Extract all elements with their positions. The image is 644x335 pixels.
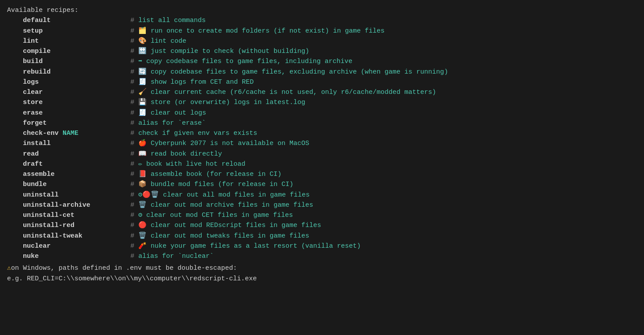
command-line: install# 🍎 Cyberpunk 2077 is not availab… bbox=[7, 138, 637, 149]
comment-text: 🗂️ run once to create mod folders (if no… bbox=[138, 26, 385, 36]
comment-hash: # bbox=[130, 36, 138, 46]
command-name-arg: NAME bbox=[63, 130, 78, 137]
command-line: logs# 🧾 show logs from CET and RED bbox=[7, 77, 637, 87]
comment-text: list all commands bbox=[138, 15, 206, 26]
command-name: setup bbox=[7, 26, 130, 36]
comment-text: 🧾 clear out logs bbox=[138, 108, 206, 118]
command-line: read# 📖 read book directly bbox=[7, 149, 637, 159]
command-name: uninstall-tweak bbox=[7, 231, 130, 241]
heading-line: Available recipes: bbox=[7, 5, 637, 15]
comment-hash: # bbox=[130, 220, 138, 231]
command-name: nuclear bbox=[7, 241, 130, 251]
warning-icon: ⚠️ bbox=[7, 264, 11, 272]
command-line: rebuild# 🔄 copy codebase files to game f… bbox=[7, 67, 637, 77]
command-name: assemble bbox=[7, 169, 130, 179]
comment-text: 📖 read book directly bbox=[138, 149, 222, 159]
comment-hash: # bbox=[130, 210, 138, 220]
comment-text: 🧾 show logs from CET and RED bbox=[138, 77, 254, 87]
comment-hash: # bbox=[130, 138, 138, 149]
comment-hash: # bbox=[130, 15, 138, 26]
command-name: erase bbox=[7, 108, 130, 118]
comment-hash: # bbox=[130, 67, 138, 77]
command-name: uninstall-red bbox=[7, 220, 130, 231]
comment-hash: # bbox=[130, 231, 138, 241]
command-line: setup# 🗂️ run once to create mod folders… bbox=[7, 26, 637, 36]
command-line: nuke# alias for `nuclear` bbox=[7, 251, 637, 261]
command-name: store bbox=[7, 97, 130, 108]
warning-line1: on Windows, paths defined in .env must b… bbox=[11, 264, 237, 272]
command-line: uninstall-cet# ⚙️ clear out mod CET file… bbox=[7, 210, 637, 220]
command-line: forget# alias for `erase` bbox=[7, 118, 637, 128]
comment-hash: # bbox=[130, 26, 138, 36]
command-name: bundle bbox=[7, 179, 130, 190]
command-line: store# 💾 store (or overwrite) logs in la… bbox=[7, 97, 637, 108]
command-line: uninstall# ⚙️🔴🗑️ clear out all mod files… bbox=[7, 190, 637, 200]
comment-text: check if given env vars exists bbox=[138, 128, 257, 138]
comment-hash: # bbox=[130, 169, 138, 179]
comment-hash: # bbox=[130, 108, 138, 118]
heading-text: Available recipes: bbox=[7, 5, 78, 15]
command-line: nuclear# 🧨 nuke your game files as a las… bbox=[7, 241, 637, 251]
command-line: uninstall-red# 🔴 clear out mod REDscript… bbox=[7, 220, 637, 231]
comment-hash: # bbox=[130, 251, 138, 261]
command-line: draft# ✏️ book with live hot reload bbox=[7, 159, 637, 169]
comment-text: ⚙️ clear out mod CET files in game files bbox=[138, 210, 293, 220]
command-line: erase# 🧾 clear out logs bbox=[7, 108, 637, 118]
comment-text: 🧨 nuke your game files as a last resort … bbox=[138, 241, 361, 251]
command-line: lint# 🎨 lint code bbox=[7, 36, 637, 46]
command-name: compile bbox=[7, 46, 130, 56]
comment-hash: # bbox=[130, 149, 138, 159]
comment-hash: # bbox=[130, 200, 138, 210]
command-name: build bbox=[7, 56, 130, 67]
command-name: forget bbox=[7, 118, 130, 128]
comment-text: ✏️ book with live hot reload bbox=[138, 159, 245, 169]
comment-text: ➡️ copy codebase files to game files, in… bbox=[138, 56, 352, 67]
command-name: uninstall-cet bbox=[7, 210, 130, 220]
comment-hash: # bbox=[130, 77, 138, 87]
comment-text: 🔴 clear out mod REDscript files in game … bbox=[138, 220, 321, 231]
comment-text: alias for `erase` bbox=[138, 118, 206, 128]
command-name: draft bbox=[7, 159, 130, 169]
command-line: uninstall-archive# 🗑️ clear out mod arch… bbox=[7, 200, 637, 210]
comment-hash: # bbox=[130, 190, 138, 200]
command-name: nuke bbox=[7, 251, 130, 261]
comment-hash: # bbox=[130, 159, 138, 169]
comment-text: 📦 bundle mod files (for release in CI) bbox=[138, 179, 293, 190]
comment-hash: # bbox=[130, 56, 138, 67]
command-line: build# ➡️ copy codebase files to game fi… bbox=[7, 56, 637, 67]
terminal-output: Available recipes: default# list all com… bbox=[7, 5, 637, 284]
command-line: compile# 🔛 just compile to check (withou… bbox=[7, 46, 637, 56]
comment-hash: # bbox=[130, 118, 138, 128]
comment-hash: # bbox=[130, 128, 138, 138]
command-name: check-env NAME bbox=[7, 128, 130, 138]
command-name: read bbox=[7, 149, 130, 159]
command-name: uninstall bbox=[7, 190, 130, 200]
comment-text: 📕 assemble book (for release in CI) bbox=[138, 169, 281, 179]
command-line: default# list all commands bbox=[7, 15, 637, 26]
command-line: clear# 🧹 clear current cache (r6/cache i… bbox=[7, 87, 637, 97]
comment-text: 🗑️ clear out mod tweaks files in game fi… bbox=[138, 231, 309, 241]
comment-text: 🗑️ clear out mod archive files in game f… bbox=[138, 200, 313, 210]
comment-text: 🧹 clear current cache (r6/cache is not u… bbox=[138, 87, 436, 97]
comment-hash: # bbox=[130, 46, 138, 56]
command-line: check-env NAME# check if given env vars … bbox=[7, 128, 637, 138]
command-name: install bbox=[7, 138, 130, 149]
comment-hash: # bbox=[130, 179, 138, 190]
warning-block: ⚠️on Windows, paths defined in .env must… bbox=[7, 263, 637, 273]
warning-line2: e.g. RED_CLI=C:\\somewhere\\on\\my\\comp… bbox=[7, 274, 257, 284]
comment-text: ⚙️🔴🗑️ clear out all mod files in game fi… bbox=[138, 190, 310, 200]
comment-text: 🍎 Cyberpunk 2077 is not available on Mac… bbox=[138, 138, 309, 149]
comment-text: 💾 store (or overwrite) logs in latest.lo… bbox=[138, 97, 305, 108]
command-name: logs bbox=[7, 77, 130, 87]
comment-hash: # bbox=[130, 97, 138, 108]
comment-text: alias for `nuclear` bbox=[138, 251, 214, 261]
comment-hash: # bbox=[130, 87, 138, 97]
warning-line2-container: e.g. RED_CLI=C:\\somewhere\\on\\my\\comp… bbox=[7, 274, 637, 284]
command-name: clear bbox=[7, 87, 130, 97]
command-name: default bbox=[7, 15, 130, 26]
command-name: lint bbox=[7, 36, 130, 46]
comment-text: 🔛 just compile to check (without buildin… bbox=[138, 46, 309, 56]
command-line: bundle# 📦 bundle mod files (for release … bbox=[7, 179, 637, 190]
command-name: uninstall-archive bbox=[7, 200, 130, 210]
command-line: assemble# 📕 assemble book (for release i… bbox=[7, 169, 637, 179]
